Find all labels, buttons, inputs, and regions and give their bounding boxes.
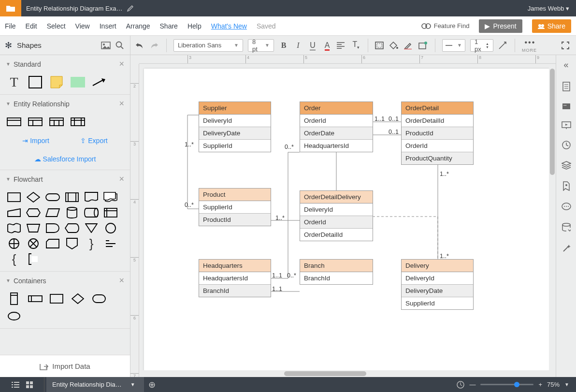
category-standard[interactable]: ▼Standard× [0, 55, 130, 73]
field[interactable]: DeliveryId [402, 272, 473, 285]
cont-4[interactable] [71, 293, 85, 304]
menu-select[interactable]: Select [47, 22, 66, 30]
fc-doc[interactable] [84, 192, 99, 203]
block-shape[interactable] [71, 77, 85, 87]
entity-product[interactable]: Product SupplierId ProductId [199, 188, 271, 226]
outline-icon[interactable] [12, 381, 19, 388]
fc-multidoc[interactable] [103, 192, 118, 203]
layers-icon[interactable] [562, 161, 571, 170]
field[interactable]: OrderId [300, 115, 373, 127]
rect-shape[interactable] [28, 77, 43, 87]
size-select[interactable]: 8 pt▼ [248, 39, 274, 52]
document-name[interactable]: Entity Relationship Diagram Exa… [21, 5, 127, 12]
field[interactable]: DeliveryId [199, 115, 271, 127]
field[interactable]: OrderId [402, 140, 473, 152]
field[interactable]: OrderDetailId [300, 229, 373, 241]
category-containers[interactable]: ▼Containers× [0, 272, 130, 290]
pencil-icon[interactable] [127, 5, 134, 12]
fc-db[interactable] [65, 207, 79, 218]
fc-manual[interactable] [26, 223, 41, 233]
field[interactable]: HeadquartersId [199, 272, 271, 285]
arrow-shape[interactable] [92, 77, 106, 87]
text-color-icon[interactable]: A [322, 41, 332, 50]
text-style-icon[interactable]: T▾ [351, 40, 361, 50]
italic-icon[interactable]: I [293, 41, 303, 50]
fill-icon[interactable] [389, 42, 399, 49]
tag-icon[interactable] [562, 181, 570, 191]
menu-edit[interactable]: Edit [26, 22, 37, 30]
shape-options-icon[interactable] [418, 42, 428, 49]
field[interactable]: OrderId [300, 216, 373, 229]
share-button[interactable]: Share [532, 19, 571, 33]
stroke-style-select[interactable]: ▼ [442, 39, 465, 52]
fc-merge[interactable] [84, 223, 99, 233]
fc-junction[interactable] [26, 238, 41, 249]
grid-view-icon[interactable] [26, 381, 33, 388]
import-link[interactable]: ⇥ Import [22, 137, 49, 145]
field[interactable]: SupplierId [199, 201, 271, 214]
menu-arrange[interactable]: Arrange [126, 22, 150, 30]
field[interactable]: ProductQuantity [402, 152, 473, 164]
field[interactable]: HeadquartersId [300, 140, 373, 152]
entity-order[interactable]: Order OrderId OrderDate HeadquartersId [300, 102, 373, 152]
fc-delay[interactable] [45, 223, 60, 233]
fc-manual-in[interactable] [7, 207, 21, 218]
fc-note[interactable] [103, 238, 118, 249]
more-icon[interactable]: ••• [525, 38, 534, 47]
field[interactable]: SupplierId [402, 297, 473, 309]
import-data-button[interactable]: Import Data [0, 355, 130, 377]
entity-orderdetaildelivery[interactable]: OrderDetailDelivery DeliveryId OrderId O… [300, 190, 373, 241]
fc-display[interactable] [65, 223, 79, 233]
undo-icon[interactable] [135, 42, 145, 49]
fc-annotate[interactable] [26, 254, 41, 264]
menu-insert[interactable]: Insert [100, 22, 116, 30]
category-er[interactable]: ▼Entity Relationship× [0, 95, 130, 113]
fc-offpage[interactable] [65, 238, 79, 249]
field[interactable]: ProductId [402, 127, 473, 140]
feature-find[interactable]: Feature Find [421, 22, 470, 29]
menu-file[interactable]: File [5, 22, 16, 30]
align-icon[interactable] [337, 42, 346, 49]
chat-icon[interactable] [562, 203, 571, 211]
comments-icon[interactable]: "" [562, 103, 571, 110]
salesforce-link[interactable]: ☁ Salesforce Import [7, 155, 123, 163]
entity-orderdetail[interactable]: OrderDetail OrderDetailId ProductId Orde… [401, 102, 474, 165]
bold-icon[interactable]: B [279, 41, 288, 50]
field[interactable]: OrderDetailId [402, 115, 473, 127]
entity-hq[interactable]: Headquarters HeadquartersId BranchId [199, 259, 271, 297]
zoom-slider[interactable] [480, 384, 533, 385]
fc-brace-l[interactable]: { [7, 254, 21, 264]
user-menu[interactable]: James Webb ▾ [521, 5, 576, 12]
menu-share[interactable]: Share [160, 22, 178, 30]
zoom-value[interactable]: 75% [547, 381, 560, 388]
magic-icon[interactable] [562, 244, 571, 253]
collapse-icon[interactable]: « [563, 60, 568, 70]
entity-supplier[interactable]: Supplier DeliveryId DeliveryDate Supplie… [199, 102, 271, 152]
underline-icon[interactable]: U [308, 41, 317, 50]
fc-or[interactable] [7, 238, 21, 249]
shape-box-icon[interactable] [375, 42, 385, 49]
cont-2[interactable] [28, 293, 43, 304]
fullscreen-icon[interactable] [562, 42, 571, 49]
zoom-in-button[interactable]: + [538, 381, 542, 388]
field[interactable]: DeliveryDate [199, 127, 271, 140]
menu-view[interactable]: View [75, 22, 90, 30]
page[interactable]: 1..* 0..* 1..* 0..* 1..1 0..1 0..1 1..* … [144, 69, 550, 378]
search-icon[interactable] [115, 41, 125, 50]
zoom-out-button[interactable]: — [469, 381, 475, 388]
field[interactable]: DeliveryDate [402, 285, 473, 297]
autosync-icon[interactable] [457, 381, 464, 389]
menu-whatsnew[interactable]: What's New [211, 22, 247, 30]
gear-icon[interactable]: ✻ [5, 40, 12, 51]
fc-connector[interactable] [103, 223, 118, 233]
field[interactable]: ProductId [199, 214, 271, 226]
text-shape[interactable]: T [7, 77, 21, 87]
fc-intstore[interactable] [103, 207, 118, 218]
cont-1[interactable] [7, 293, 21, 304]
fc-rect[interactable] [7, 192, 21, 203]
cont-3[interactable] [49, 293, 64, 304]
page-settings-icon[interactable] [562, 82, 571, 91]
data-icon[interactable] [562, 223, 571, 232]
fc-terminator[interactable] [45, 192, 60, 203]
field[interactable]: BranchId [300, 272, 373, 284]
